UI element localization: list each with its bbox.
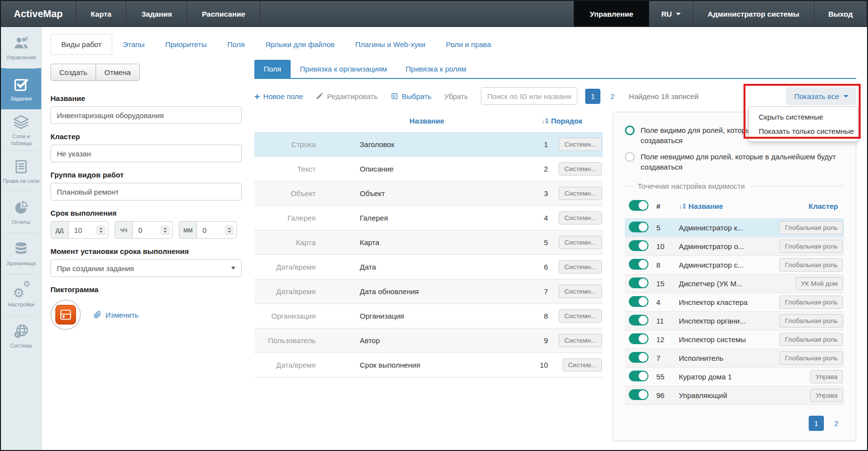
field-row[interactable]: Организация Организация 8 Системн... bbox=[254, 303, 603, 328]
show-all-button[interactable]: Показать все Скрыть системныеПоказать то… bbox=[786, 87, 856, 105]
section-tab[interactable]: Плагины и Web-хуки bbox=[345, 34, 436, 54]
sidebar-item[interactable]: C Система bbox=[1, 315, 41, 356]
field-row[interactable]: Галерея Галерея 4 Системн... bbox=[254, 205, 603, 230]
field-row[interactable]: Строка Заголовок 1 Системн... bbox=[254, 132, 603, 156]
page-button[interactable]: 1 bbox=[809, 416, 824, 431]
field-row[interactable]: Дата/время Дата обновления 7 Системн... bbox=[254, 279, 603, 303]
section-tab[interactable]: Роли и права bbox=[436, 34, 501, 54]
cluster-column-header[interactable]: Кластер bbox=[809, 202, 844, 210]
visibility-toggle[interactable] bbox=[629, 315, 648, 326]
fields-tab[interactable]: Привязка к ролям bbox=[397, 60, 476, 78]
section-tab[interactable]: Приоритеты bbox=[155, 34, 217, 54]
section-tab[interactable]: Ярлыки для файлов bbox=[255, 34, 345, 54]
radio-selected-icon[interactable] bbox=[625, 125, 635, 135]
field-order: 3 bbox=[519, 189, 548, 198]
records-found-text: Найдено 18 записей bbox=[629, 92, 698, 100]
new-field-button[interactable]: + Новое поле bbox=[254, 92, 303, 101]
section-tab[interactable]: Этапы bbox=[112, 34, 155, 54]
field-row[interactable]: Карта Карта 5 Системн... bbox=[254, 230, 603, 254]
visibility-toggle[interactable] bbox=[629, 352, 648, 363]
sidebar-item[interactable]: Отчеты bbox=[1, 192, 41, 233]
visibility-toggle[interactable] bbox=[629, 222, 648, 232]
edit-button[interactable]: Редактировать bbox=[316, 92, 378, 100]
cancel-button[interactable]: Отмена bbox=[96, 64, 140, 81]
sidebar-item-label: Настройки bbox=[7, 301, 35, 308]
field-row[interactable]: Пользователь Автор 9 Системн... bbox=[254, 328, 603, 352]
dropdown-item[interactable]: Показать только системные bbox=[749, 124, 858, 138]
topbar-menu-item[interactable]: Задания bbox=[126, 1, 187, 26]
name-field[interactable] bbox=[50, 106, 242, 124]
visibility-toggle[interactable] bbox=[629, 389, 648, 400]
sidebar-item[interactable]: Слои и таблицы bbox=[1, 109, 41, 150]
fields-tab[interactable]: Привязка к организациям bbox=[291, 60, 397, 78]
radio-field-invisible[interactable]: Поле невидимо для ролей, которые в дальн… bbox=[625, 151, 844, 172]
section-tab[interactable]: Поля bbox=[217, 34, 255, 54]
remove-button[interactable]: Убрать bbox=[444, 92, 468, 100]
sidebar-item[interactable]: Права на слои bbox=[1, 150, 41, 192]
role-row[interactable]: 4 Инспектор кластера Глобальная роль bbox=[625, 293, 844, 311]
management-button[interactable]: Управление bbox=[573, 1, 649, 26]
role-name-column-header[interactable]: ↓ АЯ Название bbox=[679, 202, 770, 210]
toggle-all-switch[interactable] bbox=[629, 200, 648, 211]
visibility-toggle[interactable] bbox=[629, 240, 648, 251]
visibility-toggle[interactable] bbox=[629, 277, 648, 288]
page-button[interactable]: 2 bbox=[829, 416, 844, 431]
group-field[interactable] bbox=[50, 183, 242, 200]
visibility-toggle[interactable] bbox=[629, 296, 648, 307]
radio-unselected-icon[interactable] bbox=[625, 152, 635, 162]
field-order: 2 bbox=[519, 165, 548, 173]
moment-label: Момент установки срока выполнения bbox=[50, 247, 242, 255]
field-row[interactable]: Текст Описание 2 Системн... bbox=[254, 156, 603, 181]
sidebar-item[interactable]: Хранилища bbox=[1, 233, 41, 274]
dropdown-item[interactable]: Скрыть системные bbox=[749, 110, 858, 124]
spinner-arrows[interactable] bbox=[97, 226, 105, 235]
role-row[interactable]: 55 Куратор дома 1 Управа bbox=[625, 367, 844, 386]
sidebar-item[interactable]: ⚙⚙ Настройки bbox=[1, 274, 41, 315]
spinner-arrows[interactable] bbox=[225, 226, 234, 235]
moment-select[interactable]: При создании задания bbox=[50, 259, 242, 277]
minutes-stepper[interactable]: мм 0 bbox=[179, 221, 237, 239]
visibility-toggle[interactable] bbox=[629, 371, 648, 381]
logout-button[interactable]: Выход bbox=[814, 1, 867, 26]
cluster-badge: Глобальная роль bbox=[779, 221, 843, 234]
topbar-menu-item[interactable]: Карта bbox=[75, 1, 126, 26]
role-row[interactable]: 96 Управляющий Управа bbox=[625, 386, 844, 405]
search-input[interactable] bbox=[481, 87, 577, 105]
cluster-field[interactable] bbox=[50, 145, 242, 162]
create-button[interactable]: Создать bbox=[50, 64, 96, 81]
cluster-badge: Глобальная роль bbox=[779, 333, 843, 346]
name-column-header[interactable]: Название bbox=[410, 117, 445, 125]
fields-table: Название ↓ АЯ Порядок bbox=[254, 112, 603, 377]
chevron-down-icon bbox=[231, 267, 235, 270]
days-stepper[interactable]: дд 10 bbox=[50, 221, 108, 239]
pictogram-preview[interactable] bbox=[50, 300, 81, 330]
field-name: Галерея bbox=[335, 214, 519, 222]
change-icon-link[interactable]: Изменить bbox=[94, 311, 139, 319]
role-row[interactable]: 11 Инспектор органи... Глобальная роль bbox=[625, 311, 844, 330]
role-row[interactable]: 5 Администратор к... Глобальная роль bbox=[625, 218, 844, 237]
language-selector[interactable]: RU bbox=[649, 1, 693, 26]
page-button[interactable]: 2 bbox=[605, 89, 620, 104]
field-row[interactable]: Дата/время Дата 6 Системн... bbox=[254, 254, 603, 279]
fields-tab[interactable]: Поля bbox=[254, 60, 291, 78]
role-row[interactable]: 12 Инспектор системы Глобальная роль bbox=[625, 330, 844, 349]
roles-table-header: # ↓ АЯ Название Кластер bbox=[625, 195, 844, 218]
field-row[interactable]: Объект Объект 3 Системн... bbox=[254, 181, 603, 205]
spinner-arrows[interactable] bbox=[161, 226, 170, 235]
page-button[interactable]: 1 bbox=[585, 89, 600, 104]
field-row[interactable]: Дата/время Срок выполнения 10 Систем... bbox=[254, 352, 603, 377]
role-row[interactable]: 15 Диспетчер (УК М... УК Мой дом bbox=[625, 274, 844, 293]
topbar-menu-item[interactable]: Расписание bbox=[187, 1, 260, 26]
role-row[interactable]: 7 Исполнитель Глобальная роль bbox=[625, 349, 844, 367]
visibility-toggle[interactable] bbox=[629, 259, 648, 270]
sidebar-item[interactable]: Управление bbox=[1, 27, 41, 68]
visibility-toggle[interactable] bbox=[629, 333, 648, 344]
select-button[interactable]: Выбрать bbox=[391, 92, 431, 100]
role-row[interactable]: 8 Администратор с... Глобальная роль bbox=[625, 255, 844, 274]
sidebar-item[interactable]: Задания bbox=[1, 68, 41, 109]
user-menu[interactable]: Администратор системы bbox=[693, 1, 814, 26]
section-tab[interactable]: Виды работ bbox=[50, 34, 112, 55]
order-column-header[interactable]: ↓ АЯ Порядок bbox=[542, 117, 603, 125]
role-row[interactable]: 10 Администратор о... Глобальная роль bbox=[625, 237, 844, 255]
hours-stepper[interactable]: чч 0 bbox=[115, 221, 173, 239]
